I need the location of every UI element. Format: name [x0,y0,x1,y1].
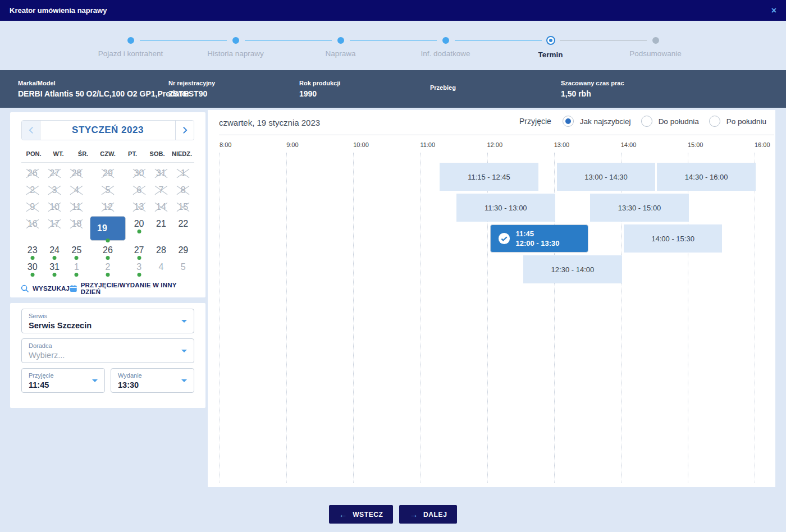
calendar-day-3[interactable]: 3 [128,259,150,274]
calendar-day-31[interactable]: 31 [43,259,65,274]
serwis-select-value: Serwis Szczecin [29,321,176,330]
calendar-day-2: 2 [21,182,43,198]
stepper-dot [546,36,555,45]
serwis-select[interactable]: Serwis Serwis Szczecin [21,309,194,333]
chevron-down-icon [181,320,187,323]
prev-month-button[interactable] [22,121,40,140]
day-number: 19 [97,223,107,233]
time-slot-1200-1330[interactable]: 11:4512:00 - 13:30 [490,224,589,253]
calendar-day-19[interactable]: 19 [90,216,126,241]
radio-circle-icon [563,116,574,127]
calendar-day-29[interactable]: 29 [172,242,194,258]
calendar-day-27[interactable]: 27 [128,242,150,258]
appointment-wizard-window: Kreator umówienia naprawy × Pojazd i kon… [0,0,786,532]
time-slot-1400-1530[interactable]: 14:00 - 15:30 [624,224,723,253]
stepper-step-6[interactable]: Podsumowanie [603,21,708,70]
stepper-connector [140,40,227,41]
radio-option-1[interactable]: Jak najszybciej [563,116,631,127]
calendar-day-1[interactable]: 1 [66,259,88,274]
calendar-day-23[interactable]: 23 [21,242,43,258]
calendar-day-21[interactable]: 21 [150,216,172,231]
calendar-day-20[interactable]: 20 [128,216,150,231]
time-slot-1300-1430[interactable]: 13:00 - 14:30 [557,163,656,191]
stepper-connector [455,40,542,41]
calendar-day-4[interactable]: 4 [150,259,172,274]
chevron-down-icon [181,379,187,382]
pickup-time: 11:45 [516,229,560,239]
calendar-day-22[interactable]: 22 [172,216,194,231]
day-number: 16 [28,219,38,229]
time-slot-1130-1300[interactable]: 11:30 - 13:00 [456,194,555,222]
day-number: 23 [28,245,38,255]
chevron-down-icon [92,379,98,382]
search-link[interactable]: WYSZUKAJ [21,285,70,293]
day-number: 2 [106,262,111,272]
calendar-day-5[interactable]: 5 [172,259,194,274]
chevron-left-icon [29,126,34,134]
close-icon[interactable]: × [771,6,776,15]
stepper-step-1[interactable]: Pojazd i kontrahent [78,21,183,70]
slot-range: 14:30 - 16:00 [685,173,728,181]
back-button[interactable]: ← WSTECZ [329,505,394,524]
date-heading: czwartek, 19 stycznia 2023 [219,118,320,127]
availability-dot [75,256,79,260]
radio-circle-icon [641,116,652,127]
day-number: 26 [28,168,38,178]
stepper-step-2[interactable]: Historia naprawy [183,21,288,70]
vehicle-field-label: Szacowany czas prac [561,80,686,86]
przyjecie-select-label: Przyjęcie [29,372,86,379]
calendar-day-24[interactable]: 24 [43,242,65,258]
search-link-label: WYSZUKAJ [33,285,70,292]
arrow-left-icon: ← [339,510,348,519]
calendar-day-5: 5 [88,182,128,198]
time-slot-1330-1500[interactable]: 13:30 - 15:00 [590,194,689,222]
calendar-day-17: 17 [43,216,65,231]
stepper-step-label: Naprawa [325,49,355,58]
radio-option-2[interactable]: Do południa [641,116,699,127]
weekday-label: PON. [21,150,46,157]
vehicle-field-4: Przebieg [430,84,561,94]
radio-options: Jak najszybciejDo południaPo południu [563,116,766,127]
vehicle-info-bar: Marka/ModelDERBI Atlantis 50 O2/LC,100 O… [0,70,786,108]
calendar-day-30[interactable]: 30 [21,259,43,274]
slot-range: 12:30 - 14:00 [551,265,595,274]
calendar-day-28[interactable]: 28 [150,242,172,258]
stepper-step-3[interactable]: Naprawa [288,21,393,70]
wydanie-select[interactable]: Wydanie 13:30 [111,368,194,393]
day-number: 29 [178,245,188,255]
day-number: 3 [52,185,57,195]
vehicle-field-value: ZSTEST90 [168,89,294,98]
day-number: 27 [134,245,144,255]
schedule-panel: czwartek, 19 stycznia 2023 Przyjęcie Jak… [208,110,775,487]
doradca-select[interactable]: Doradca Wybierz... [21,338,194,363]
stepper-steps: Pojazd i kontrahentHistoria naprawyNapra… [78,21,708,70]
day-number: 4 [74,185,79,195]
stepper: Pojazd i kontrahentHistoria naprawyNapra… [0,21,786,70]
vehicle-field-5: Szacowany czas prac1,50 rbh [561,80,692,98]
next-button[interactable]: → DALEJ [399,505,457,524]
calendar-day-13: 13 [128,199,150,214]
hour-label: 8:00 [220,141,231,148]
other-day-link[interactable]: PRZYJĘCIE/WYDANIE W INNY DZIEŃ [70,282,195,295]
time-slot-1230-1400[interactable]: 12:30 - 14:00 [523,255,622,283]
calendar-day-31: 31 [150,166,172,181]
day-number: 28 [72,168,82,178]
slot-range: 11:15 - 12:45 [468,173,510,181]
next-month-button[interactable] [175,121,194,140]
filters-panel: Serwis Serwis Szczecin Doradca Wybierz..… [10,303,205,408]
calendar-day-2[interactable]: 2 [88,259,128,274]
serwis-select-label: Serwis [29,313,176,319]
stepper-step-5[interactable]: Termin [498,21,603,70]
przyjecie-select[interactable]: Przyjęcie 11:45 [21,368,105,393]
time-slot-1115-1245[interactable]: 11:15 - 12:45 [440,163,538,191]
stepper-step-4[interactable]: Inf. dodatkowe [393,21,498,70]
time-slot-1430-1600[interactable]: 14:30 - 16:00 [657,163,756,191]
radio-group-label: Przyjęcie [519,117,551,126]
availability-dot [75,273,79,277]
back-button-label: WSTECZ [353,511,383,519]
doradca-select-label: Doradca [29,342,176,349]
calendar-day-26[interactable]: 26 [88,242,128,258]
divider [219,135,774,135]
calendar-day-25[interactable]: 25 [66,242,88,258]
radio-option-3[interactable]: Po południu [709,116,766,127]
